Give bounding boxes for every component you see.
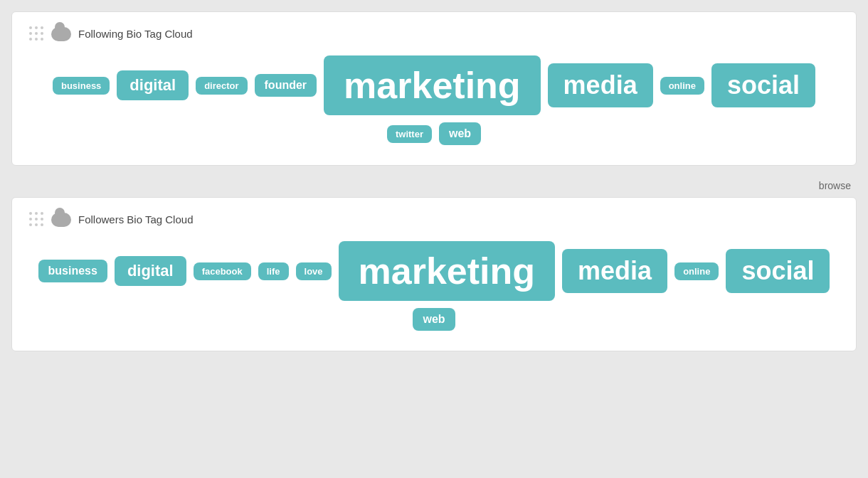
tag-business-followers[interactable]: business [38, 260, 107, 282]
browse-link[interactable]: browse [819, 180, 851, 191]
tag-founder-following[interactable]: founder [255, 74, 317, 97]
following-card-title: Following Bio Tag Cloud [78, 28, 193, 40]
tag-digital-followers[interactable]: digital [115, 256, 186, 286]
drag-handle-following[interactable] [29, 26, 44, 41]
followers-card-header: Followers Bio Tag Cloud [29, 212, 839, 227]
tag-business-following[interactable]: business [53, 77, 110, 95]
tag-social-following[interactable]: social [711, 63, 815, 107]
tag-web-followers[interactable]: web [413, 308, 455, 331]
tag-twitter-following[interactable]: twitter [387, 125, 432, 143]
tag-love-followers[interactable]: love [296, 262, 332, 280]
tag-social-followers[interactable]: social [726, 249, 830, 293]
following-tag-cloud: business digital director founder market… [29, 55, 839, 145]
browse-row: browse [11, 177, 857, 197]
tag-online-following[interactable]: online [660, 77, 704, 95]
following-card: Following Bio Tag Cloud business digital… [11, 11, 857, 166]
tag-life-followers[interactable]: life [258, 262, 289, 280]
tag-media-followers[interactable]: media [562, 249, 667, 293]
cloud-icon-followers [51, 213, 71, 227]
tag-marketing-followers[interactable]: marketing [339, 241, 556, 301]
followers-card: Followers Bio Tag Cloud business digital… [11, 197, 857, 351]
tag-media-following[interactable]: media [548, 63, 653, 107]
following-card-header: Following Bio Tag Cloud [29, 26, 839, 41]
tag-marketing-following[interactable]: marketing [324, 55, 541, 115]
tag-online-followers[interactable]: online [674, 262, 719, 280]
tag-digital-following[interactable]: digital [117, 70, 189, 100]
followers-tag-cloud: business digital facebook life love mark… [29, 241, 839, 331]
tag-director-following[interactable]: director [196, 77, 247, 95]
tag-facebook-followers[interactable]: facebook [194, 262, 251, 280]
followers-card-title: Followers Bio Tag Cloud [78, 213, 193, 225]
cloud-icon-following [51, 27, 71, 41]
tag-web-following[interactable]: web [439, 122, 481, 145]
drag-handle-followers[interactable] [29, 212, 44, 227]
